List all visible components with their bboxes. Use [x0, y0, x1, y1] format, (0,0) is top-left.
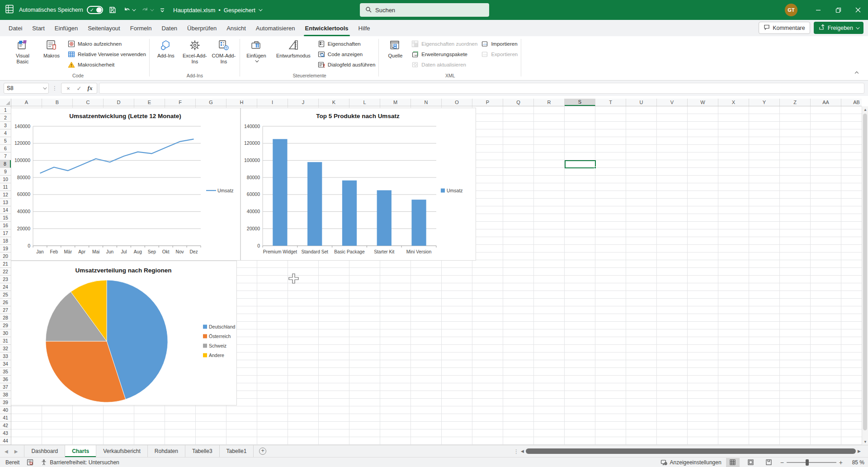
- column-header-z[interactable]: Z: [780, 99, 811, 106]
- visual-basic-button[interactable]: Visual Basic: [10, 37, 35, 71]
- column-header-i[interactable]: I: [257, 99, 288, 106]
- excel-addins-button[interactable]: Excel-Add-Ins: [182, 37, 208, 71]
- accessibility-status[interactable]: Barrierefreiheit: Untersuchen: [41, 459, 119, 466]
- column-header-k[interactable]: K: [319, 99, 349, 106]
- insert-function-icon[interactable]: fx: [85, 85, 95, 92]
- scroll-down-icon[interactable]: ▼: [862, 438, 868, 445]
- line-chart-umsatzentwicklung[interactable]: Umsatzentwicklung (Letzte 12 Monate)0200…: [11, 108, 241, 261]
- column-header-a[interactable]: A: [11, 99, 42, 106]
- expansion-packs-button[interactable]: <ø> Erweiterungspakete: [411, 49, 477, 59]
- row-header-5[interactable]: 5: [0, 137, 11, 145]
- row-header-32[interactable]: 32: [0, 345, 11, 353]
- row-header-8[interactable]: 8: [0, 160, 11, 168]
- row-header-18[interactable]: 18: [0, 237, 11, 245]
- row-header-41[interactable]: 41: [0, 414, 11, 422]
- row-header-31[interactable]: 31: [0, 337, 11, 345]
- column-header-q[interactable]: Q: [503, 99, 534, 106]
- row-header-42[interactable]: 42: [0, 422, 11, 429]
- tab-scrollbar-splitter[interactable]: ⋮: [514, 445, 519, 457]
- scroll-up-icon[interactable]: ▲: [862, 106, 868, 113]
- column-header-o[interactable]: O: [442, 99, 472, 106]
- view-normal-button[interactable]: [726, 458, 740, 467]
- column-header-h[interactable]: H: [226, 99, 257, 106]
- ribbon-tab-ansicht[interactable]: Ansicht: [222, 20, 251, 36]
- column-header-y[interactable]: Y: [749, 99, 780, 106]
- row-header-11[interactable]: 11: [0, 183, 11, 191]
- column-header-b[interactable]: B: [42, 99, 73, 106]
- row-header-23[interactable]: 23: [0, 276, 11, 283]
- source-button[interactable]: Quelle: [382, 37, 408, 71]
- zoom-thumb[interactable]: [806, 459, 809, 466]
- row-header-22[interactable]: 22: [0, 268, 11, 276]
- row-header-27[interactable]: 27: [0, 306, 11, 314]
- makros-button[interactable]: Makros: [39, 37, 64, 71]
- sheet-tab-tabelle3[interactable]: Tabelle3: [185, 445, 220, 457]
- column-header-m[interactable]: M: [380, 99, 411, 106]
- relative-references-button[interactable]: Relative Verweise verwenden: [68, 49, 146, 59]
- bar-chart-top5-produkte[interactable]: Top 5 Produkte nach Umsatz02000040000600…: [241, 108, 476, 261]
- sheet-tab-tabelle1[interactable]: Tabelle1: [220, 445, 254, 457]
- autosave-control[interactable]: Automatisches Speichern ✓: [19, 6, 103, 14]
- macro-security-button[interactable]: Makrosicherheit: [68, 59, 146, 70]
- column-header-w[interactable]: W: [688, 99, 718, 106]
- minimize-button[interactable]: [808, 0, 828, 20]
- import-button[interactable]: <²> Importieren: [481, 38, 518, 49]
- row-header-36[interactable]: 36: [0, 376, 11, 383]
- ribbon-tab-datei[interactable]: Datei: [4, 20, 27, 36]
- row-header-25[interactable]: 25: [0, 291, 11, 299]
- sheet-tab-rohdaten[interactable]: Rohdaten: [148, 445, 185, 457]
- save-icon[interactable]: [108, 5, 118, 15]
- ribbon-tab-daten[interactable]: Daten: [156, 20, 182, 36]
- selected-cell[interactable]: [565, 160, 596, 168]
- collapse-ribbon-button[interactable]: [855, 68, 858, 76]
- row-header-12[interactable]: 12: [0, 191, 11, 199]
- comments-button[interactable]: Kommentare: [759, 22, 810, 34]
- row-header-7[interactable]: 7: [0, 152, 11, 160]
- ribbon-tab-hilfe[interactable]: Hilfe: [354, 20, 375, 36]
- ribbon-tab-formeln[interactable]: Formeln: [125, 20, 157, 36]
- add-sheet-button[interactable]: +: [254, 445, 272, 457]
- column-header-j[interactable]: J: [288, 99, 319, 106]
- sheet-tab-charts[interactable]: Charts: [65, 445, 96, 457]
- ribbon-tab-start[interactable]: Start: [27, 20, 49, 36]
- scroll-right-icon[interactable]: ▶: [858, 449, 861, 453]
- row-header-40[interactable]: 40: [0, 406, 11, 414]
- select-all-corner[interactable]: [0, 99, 11, 106]
- column-header-ab[interactable]: AB: [841, 99, 862, 106]
- row-header-10[interactable]: 10: [0, 176, 11, 183]
- row-header-43[interactable]: 43: [0, 429, 11, 437]
- restore-button[interactable]: [828, 0, 848, 20]
- row-header-1[interactable]: 1: [0, 106, 11, 114]
- row-header-20[interactable]: 20: [0, 253, 11, 260]
- row-header-29[interactable]: 29: [0, 322, 11, 329]
- macro-record-icon[interactable]: [27, 459, 33, 466]
- row-header-16[interactable]: 16: [0, 222, 11, 229]
- vertical-scroll-thumb[interactable]: [863, 114, 867, 430]
- sheet-nav-left-icon[interactable]: ◀: [5, 449, 8, 454]
- column-header-v[interactable]: V: [657, 99, 688, 106]
- com-addins-button[interactable]: COM-Add-Ins: [211, 37, 236, 71]
- row-header-37[interactable]: 37: [0, 383, 11, 391]
- row-header-28[interactable]: 28: [0, 314, 11, 322]
- formula-input[interactable]: [99, 83, 864, 94]
- column-header-n[interactable]: N: [411, 99, 442, 106]
- row-header-13[interactable]: 13: [0, 199, 11, 206]
- column-header-p[interactable]: P: [472, 99, 503, 106]
- fill-handle[interactable]: [594, 167, 596, 169]
- ribbon-tab-einfügen[interactable]: Einfügen: [50, 20, 83, 36]
- sheet-tab-verkaufsbericht[interactable]: Verkaufsbericht: [96, 445, 148, 457]
- undo-button[interactable]: [122, 5, 136, 15]
- row-header-2[interactable]: 2: [0, 114, 11, 122]
- close-button[interactable]: [848, 0, 868, 20]
- addins-button[interactable]: Add-Ins: [153, 37, 179, 71]
- sheet-nav-right-icon[interactable]: ▶: [14, 449, 18, 454]
- row-header-44[interactable]: 44: [0, 437, 11, 445]
- insert-controls-button[interactable]: Einfügen: [244, 37, 269, 71]
- row-header-26[interactable]: 26: [0, 299, 11, 306]
- row-header-35[interactable]: 35: [0, 368, 11, 376]
- design-mode-button[interactable]: Entwurfsmodus: [273, 37, 314, 71]
- column-header-aa[interactable]: AA: [811, 99, 841, 106]
- ribbon-tab-automatisieren[interactable]: Automatisieren: [251, 20, 300, 36]
- row-header-34[interactable]: 34: [0, 360, 11, 368]
- view-page-layout-button[interactable]: [744, 458, 758, 467]
